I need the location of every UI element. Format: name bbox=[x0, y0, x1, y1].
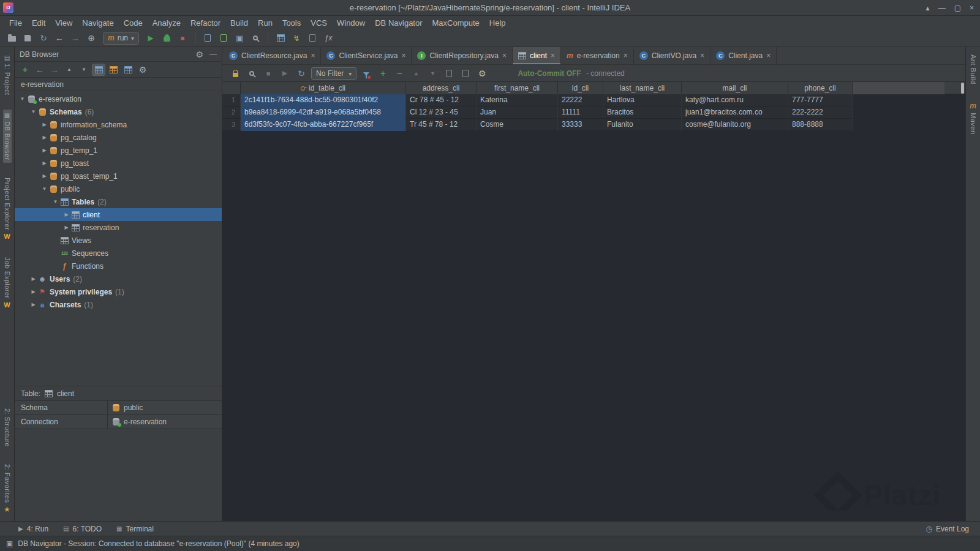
column-header-first-name-cli[interactable]: first_name_cli bbox=[477, 82, 558, 94]
close-tab-icon[interactable] bbox=[401, 51, 405, 60]
chevron-right-icon[interactable] bbox=[29, 302, 37, 307]
search-icon[interactable] bbox=[245, 67, 258, 80]
hide-panel-icon[interactable]: — bbox=[209, 50, 217, 59]
tab-client-table[interactable]: client bbox=[513, 47, 561, 64]
chevron-down-icon[interactable] bbox=[29, 109, 37, 114]
chevron-right-icon[interactable] bbox=[62, 212, 70, 217]
delete-row-icon[interactable] bbox=[393, 67, 406, 80]
sql-console-icon[interactable] bbox=[201, 31, 214, 45]
maximize-icon[interactable]: ▢ bbox=[954, 4, 961, 12]
table-row[interactable]: 2 b9ea8418-6999-42df-a919-e068a5bf0458 C… bbox=[222, 107, 853, 119]
cell[interactable]: b9ea8418-6999-42df-a919-e068a5bf0458 bbox=[241, 107, 406, 119]
menu-file[interactable]: File bbox=[5, 17, 26, 29]
tree-item-pg-toast-temp-1[interactable]: pg_toast_temp_1 bbox=[15, 170, 222, 182]
close-icon[interactable]: × bbox=[970, 4, 974, 12]
lock-icon[interactable] bbox=[228, 67, 242, 80]
cell[interactable]: 33333 bbox=[558, 119, 603, 131]
stripe-maven[interactable]: m Maven bbox=[969, 99, 978, 137]
column-header-phone-cli[interactable]: phone_cli bbox=[788, 82, 853, 94]
chevron-right-icon[interactable] bbox=[40, 160, 48, 166]
run-button[interactable] bbox=[144, 31, 157, 45]
debug-button[interactable] bbox=[160, 31, 173, 45]
stripe-job-explorer[interactable]: Job Explorer W bbox=[3, 255, 12, 311]
close-tab-icon[interactable] bbox=[700, 51, 704, 60]
cell[interactable]: Cosme bbox=[477, 119, 558, 131]
stripe-project-explorer[interactable]: Project Explorer W bbox=[3, 175, 12, 242]
stripe-db-browser[interactable]: ▦ DB Browser bbox=[3, 110, 12, 163]
chevron-right-icon[interactable] bbox=[40, 135, 48, 140]
close-tab-icon[interactable] bbox=[551, 51, 555, 60]
reload-data-icon[interactable] bbox=[295, 67, 308, 80]
chevron-right-icon[interactable] bbox=[40, 148, 48, 153]
stripe-favorites[interactable]: 2: Favorites ★ bbox=[3, 462, 12, 516]
tree-item-pg-toast[interactable]: pg_toast bbox=[15, 157, 222, 170]
event-log-button[interactable]: Event Log bbox=[925, 525, 980, 533]
window-icon[interactable] bbox=[233, 31, 246, 45]
tree-item-functions[interactable]: ƒ Functions bbox=[15, 260, 222, 272]
collapse-all-icon[interactable] bbox=[62, 64, 76, 76]
column-header-mail-cli[interactable]: mail_cli bbox=[682, 82, 788, 94]
property-row-connection[interactable]: Connection e-reservation bbox=[15, 415, 222, 429]
save-all-icon[interactable] bbox=[21, 31, 34, 45]
settings-icon[interactable] bbox=[136, 64, 149, 76]
chevron-down-icon[interactable] bbox=[18, 96, 26, 102]
tree-item-pg-temp-1[interactable]: pg_temp_1 bbox=[15, 144, 222, 157]
property-row-schema[interactable]: Schema public bbox=[15, 401, 222, 415]
cell[interactable]: 777-7777 bbox=[788, 94, 853, 107]
tab-e-reservation[interactable]: m e-reservation bbox=[561, 47, 634, 64]
chevron-right-icon[interactable] bbox=[62, 225, 70, 230]
tree-item-reservation[interactable]: reservation bbox=[15, 221, 222, 234]
play-icon[interactable] bbox=[278, 67, 292, 80]
chevron-right-icon[interactable] bbox=[40, 173, 48, 179]
tree-item-sequences[interactable]: 123 Sequences bbox=[15, 247, 222, 260]
move-row-down-icon[interactable] bbox=[426, 67, 439, 80]
chevron-down-icon[interactable] bbox=[40, 186, 48, 192]
add-connection-icon[interactable] bbox=[18, 64, 32, 76]
tree-item-public[interactable]: public bbox=[15, 182, 222, 195]
cell[interactable]: Bracitos bbox=[603, 107, 682, 119]
cell[interactable]: 6d3f53fc-9c07-4fcb-abba-667227cf965f bbox=[241, 119, 406, 131]
table-row[interactable]: 1 2c141f1b-7634-488d-bc55-0980301f40f2 C… bbox=[222, 94, 853, 107]
open-icon[interactable] bbox=[5, 31, 18, 45]
close-tab-icon[interactable] bbox=[766, 51, 771, 60]
tree-item-tables[interactable]: Tables (2) bbox=[15, 195, 222, 208]
cell[interactable]: Tr 45 # 78 - 12 bbox=[406, 119, 477, 131]
cell[interactable]: juan1@bracitos.com.co bbox=[682, 107, 788, 119]
stop-icon[interactable] bbox=[262, 67, 275, 80]
clear-filter-icon[interactable] bbox=[360, 67, 373, 80]
run-configuration-select[interactable]: m run bbox=[103, 32, 139, 45]
cell[interactable]: 222-2222 bbox=[788, 107, 853, 119]
stop-button[interactable] bbox=[176, 31, 189, 45]
cell[interactable]: Juan bbox=[477, 107, 558, 119]
cell[interactable]: 22222 bbox=[558, 94, 603, 107]
tree-item-pg-catalog[interactable]: pg_catalog bbox=[15, 131, 222, 144]
menu-tools[interactable]: Tools bbox=[278, 17, 305, 29]
sessions-icon[interactable] bbox=[274, 31, 287, 45]
cell[interactable]: Fulanito bbox=[603, 119, 682, 131]
stripe-structure[interactable]: 2: Structure bbox=[3, 406, 12, 449]
tree-item-system-privileges[interactable]: ⚑ System privileges (1) bbox=[15, 285, 222, 298]
connect-icon[interactable] bbox=[290, 31, 303, 45]
menu-db-navigator[interactable]: DB Navigator bbox=[371, 17, 426, 29]
chevron-right-icon[interactable] bbox=[29, 289, 37, 294]
navigate-back-icon[interactable] bbox=[33, 64, 47, 76]
column-header-id-table-cli[interactable]: id_table_cli bbox=[241, 82, 406, 94]
menu-navigate[interactable]: Navigate bbox=[78, 17, 118, 29]
cell[interactable]: 11111 bbox=[558, 107, 603, 119]
commit-doc-icon[interactable] bbox=[306, 31, 319, 45]
tab-clientresource[interactable]: C ClientResource.java bbox=[224, 47, 321, 64]
tree-item-information-schema[interactable]: information_schema bbox=[15, 118, 222, 131]
tab-clientservice[interactable]: C ClientService.java bbox=[321, 47, 412, 64]
quick-filter-icon[interactable] bbox=[121, 64, 135, 76]
connection-bar[interactable]: e-reservation bbox=[15, 78, 222, 91]
stripe-project[interactable]: ▤ 1: Project bbox=[3, 52, 12, 97]
tree-item-users[interactable]: ☻ Users (2) bbox=[15, 272, 222, 285]
chevron-right-icon[interactable] bbox=[29, 276, 37, 282]
column-header-id-cli[interactable]: id_cli bbox=[558, 82, 603, 94]
chevron-down-icon[interactable] bbox=[51, 199, 59, 204]
menu-window[interactable]: Window bbox=[333, 17, 369, 29]
menu-vcs[interactable]: VCS bbox=[306, 17, 331, 29]
tree-item-client[interactable]: client bbox=[15, 208, 222, 221]
paste-icon[interactable] bbox=[459, 67, 472, 80]
toolwindow-terminal[interactable]: ▦ Terminal bbox=[116, 525, 154, 533]
